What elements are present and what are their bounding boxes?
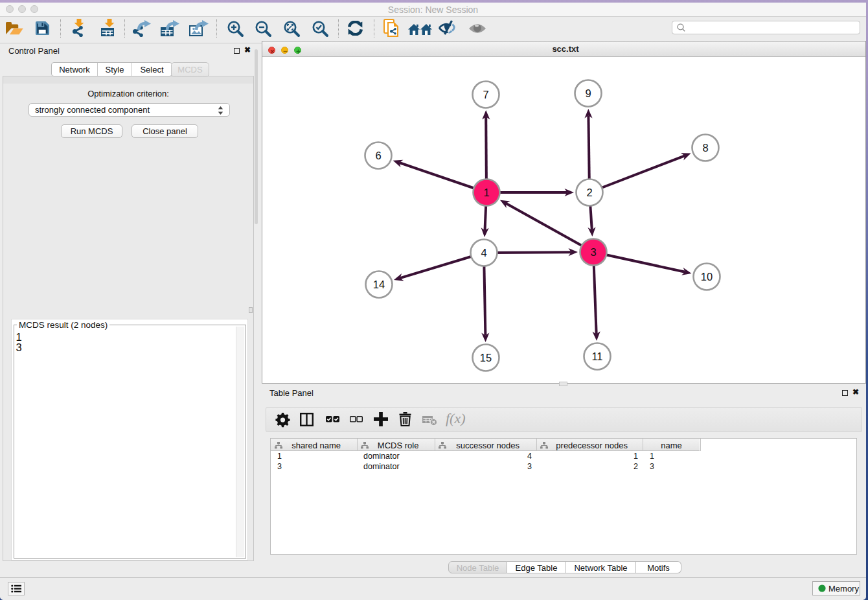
svg-text:15: 15: [480, 352, 492, 363]
svg-text:6: 6: [375, 150, 381, 161]
svg-text:1: 1: [483, 187, 489, 198]
svg-text:4: 4: [481, 247, 486, 259]
svg-text:2: 2: [586, 187, 592, 198]
svg-text:10: 10: [701, 271, 713, 283]
svg-text:9: 9: [585, 87, 591, 99]
svg-text:7: 7: [483, 89, 488, 100]
svg-text:3: 3: [590, 246, 596, 258]
svg-text:11: 11: [591, 351, 602, 362]
svg-text:8: 8: [702, 142, 708, 154]
svg-text:14: 14: [373, 279, 385, 290]
